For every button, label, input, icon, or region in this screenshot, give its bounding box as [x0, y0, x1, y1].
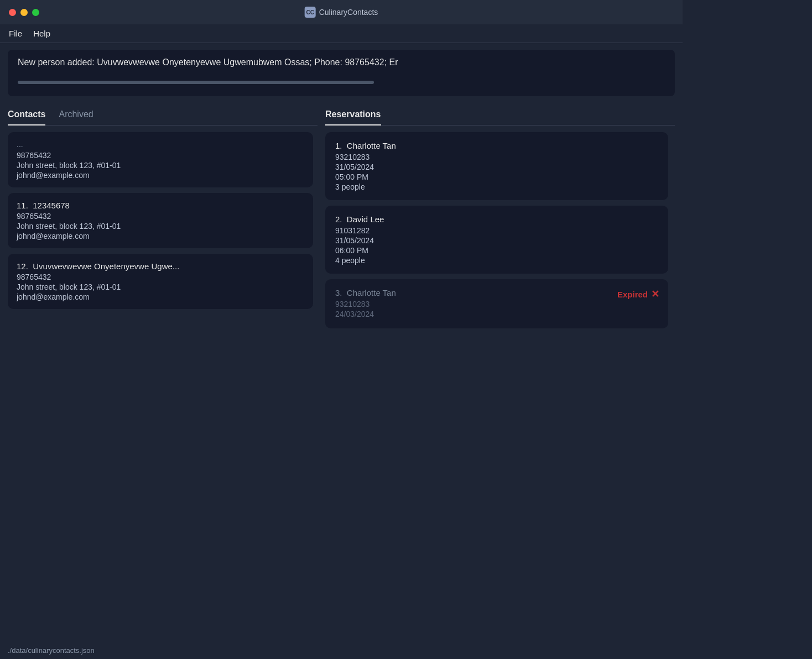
reservation-name: 1. Charlotte Tan: [335, 141, 658, 150]
contact-name: 11. 12345678: [17, 201, 304, 210]
contact-email: johnd@example.com: [17, 292, 304, 301]
list-item[interactable]: ... 98765432 John street, block 123, #01…: [8, 132, 313, 187]
app-icon: CC: [305, 7, 316, 18]
reservation-time: 06:00 PM: [335, 246, 658, 255]
contact-phone: 98765432: [17, 212, 304, 221]
contact-truncated: ...: [17, 140, 304, 149]
reservation-name: 3. Charlotte Tan: [335, 288, 658, 297]
menu-bar: File Help: [0, 24, 683, 43]
app-title: CulinaryContacts: [319, 8, 378, 17]
reservation-phone: 93210283: [335, 300, 658, 308]
list-item[interactable]: 11. 12345678 98765432 John street, block…: [8, 193, 313, 248]
left-panel: Contacts Archived ... 98765432 John stre…: [8, 101, 317, 649]
main-content: Contacts Archived ... 98765432 John stre…: [0, 101, 683, 649]
minimize-button[interactable]: [20, 9, 28, 16]
maximize-button[interactable]: [32, 9, 39, 16]
contact-email: johnd@example.com: [17, 232, 304, 240]
reservation-people: 4 people: [335, 256, 658, 265]
notification-bar: New person added: Uvuvwevwevwe Onyetenye…: [8, 50, 675, 96]
reservation-list: 1. Charlotte Tan 93210283 31/05/2024 05:…: [325, 132, 675, 649]
menu-file[interactable]: File: [9, 29, 22, 38]
contact-address: John street, block 123, #01-01: [17, 161, 304, 170]
list-item[interactable]: 12. Uvuvwevwevwe Onyetenyevwe Ugwe... 98…: [8, 254, 313, 309]
contact-phone: 98765432: [17, 151, 304, 160]
expired-badge: Expired ✕: [617, 288, 659, 300]
reservation-date: 24/03/2024: [335, 310, 658, 318]
progress-bar: [18, 81, 374, 84]
status-path: ./data/culinarycontacts.json: [8, 646, 95, 649]
tabs: Contacts Archived: [8, 101, 317, 125]
tab-reservations[interactable]: Reservations: [325, 107, 381, 125]
reservation-time: 05:00 PM: [335, 172, 658, 181]
close-button[interactable]: [9, 9, 16, 16]
reservation-phone: 93210283: [335, 153, 658, 161]
expired-label: Expired: [617, 290, 648, 299]
list-item[interactable]: 3. Charlotte Tan 93210283 24/03/2024 Exp…: [325, 279, 668, 328]
reservations-tabs: Reservations: [325, 101, 675, 125]
right-panel: Reservations 1. Charlotte Tan 93210283 3…: [325, 101, 675, 649]
title-bar: CC CulinaryContacts: [0, 0, 683, 24]
menu-help[interactable]: Help: [33, 29, 50, 38]
contact-email: johnd@example.com: [17, 171, 304, 180]
reservation-phone: 91031282: [335, 226, 658, 235]
reservation-people: 3 people: [335, 182, 658, 191]
tab-archived[interactable]: Archived: [59, 107, 93, 125]
list-item[interactable]: 2. David Lee 91031282 31/05/2024 06:00 P…: [325, 206, 668, 274]
traffic-lights: [9, 9, 39, 16]
contact-phone: 98765432: [17, 273, 304, 281]
window-title: CC CulinaryContacts: [305, 7, 378, 18]
contact-list: ... 98765432 John street, block 123, #01…: [8, 132, 317, 649]
expired-icon: ✕: [651, 288, 659, 300]
notification-text: New person added: Uvuvwevwevwe Onyetenye…: [18, 57, 665, 67]
reservation-name: 2. David Lee: [335, 215, 658, 224]
status-bar: ./data/culinarycontacts.json: [0, 642, 683, 649]
contact-address: John street, block 123, #01-01: [17, 222, 304, 231]
reservation-date: 31/05/2024: [335, 236, 658, 245]
contact-name: 12. Uvuvwevwevwe Onyetenyevwe Ugwe...: [17, 261, 304, 271]
tab-contacts[interactable]: Contacts: [8, 107, 45, 125]
reservation-date: 31/05/2024: [335, 163, 658, 171]
contact-address: John street, block 123, #01-01: [17, 283, 304, 291]
list-item[interactable]: 1. Charlotte Tan 93210283 31/05/2024 05:…: [325, 132, 668, 200]
progress-bar-container: [18, 81, 665, 84]
